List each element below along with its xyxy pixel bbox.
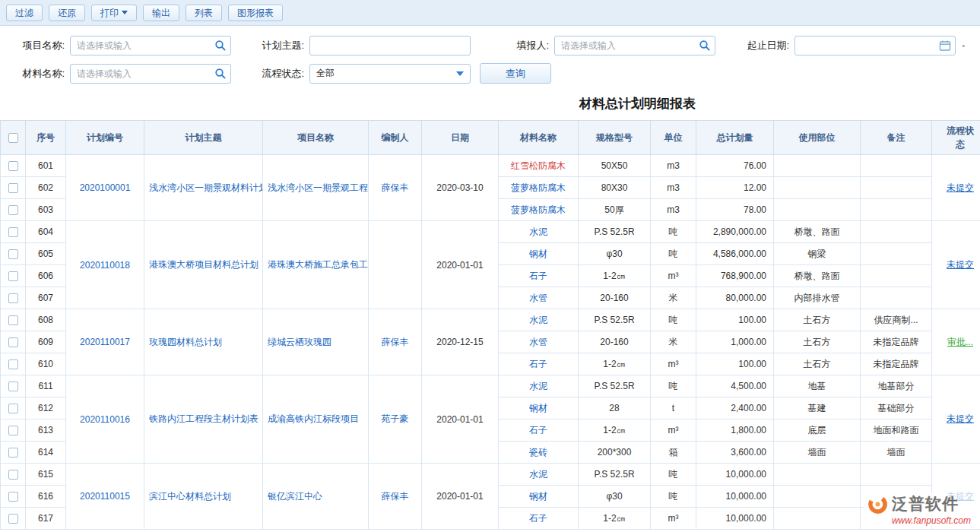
row-checkbox[interactable] — [8, 382, 18, 391]
compiler-link[interactable]: 薛保丰 — [382, 337, 409, 347]
remark-cell: 地面和路面 — [861, 420, 932, 442]
material-link[interactable]: 菠萝格防腐木 — [511, 182, 566, 193]
material-link[interactable]: 钢材 — [529, 491, 547, 502]
search-icon[interactable] — [214, 68, 227, 80]
subject-link[interactable]: 铁路内江工程段主材计划表 — [149, 413, 258, 424]
subject-link[interactable]: 浅水湾小区一期景观材料计划 — [149, 182, 263, 193]
material-link-cell: 水管 — [499, 331, 579, 353]
project-link[interactable]: 港珠澳大桥施工总承包工程 — [268, 259, 369, 270]
subject-link[interactable]: 港珠澳大桥项目材料总计划 — [149, 259, 258, 270]
unit-cell: t — [651, 397, 696, 420]
unit-cell: 吨 — [651, 464, 696, 486]
date-from-input[interactable] — [794, 36, 956, 55]
reporter-input[interactable] — [554, 36, 715, 55]
search-icon[interactable] — [699, 40, 711, 52]
material-link[interactable]: 水泥 — [529, 226, 547, 237]
fanpu-logo-icon — [867, 494, 888, 515]
seq-cell: 602 — [26, 177, 66, 199]
row-checkbox[interactable] — [8, 205, 18, 215]
row-checkbox[interactable] — [8, 227, 18, 237]
material-link[interactable]: 水泥 — [529, 381, 547, 391]
project-link[interactable]: 银亿滨江中心 — [268, 491, 322, 502]
project-link[interactable]: 成渝高铁内江标段项目 — [268, 413, 359, 424]
quantity-cell: 100.00 — [696, 353, 774, 375]
project-name-input[interactable] — [70, 36, 231, 55]
plan-no-link[interactable]: 2020110017 — [80, 337, 130, 347]
compiler-link[interactable]: 苑子豪 — [382, 413, 409, 424]
status-link[interactable]: 未提交 — [947, 182, 974, 193]
calendar-icon[interactable] — [939, 40, 951, 52]
list-button-label: 列表 — [195, 8, 213, 17]
status-link[interactable]: 未提交 — [947, 259, 974, 270]
row-checkbox-cell — [1, 155, 26, 177]
material-link[interactable]: 石子 — [529, 425, 547, 435]
remark-cell: 供应商制... — [861, 309, 932, 331]
project-link[interactable]: 绿城云栖玫瑰园 — [268, 337, 331, 347]
position-cell — [774, 155, 861, 177]
material-link[interactable]: 水管 — [529, 293, 547, 303]
subject-link[interactable]: 玫瑰园材料总计划 — [149, 337, 222, 347]
plan-no-link[interactable]: 2020110016 — [80, 414, 130, 425]
status-link[interactable]: 未提交 — [947, 413, 974, 424]
column-header-5: 编制人 — [369, 121, 422, 155]
spec-cell: 200*300 — [579, 442, 651, 464]
table-row: 6082020110017玫瑰园材料总计划绿城云栖玫瑰园薛保丰2020-12-1… — [1, 309, 980, 331]
row-checkbox-cell — [1, 177, 26, 199]
row-checkbox[interactable] — [8, 337, 18, 347]
row-checkbox[interactable] — [8, 514, 18, 524]
search-icon[interactable] — [214, 40, 227, 52]
row-checkbox[interactable] — [8, 359, 18, 369]
plan-no-link[interactable]: 2020100001 — [80, 182, 131, 193]
print-button[interactable]: 打印 — [91, 5, 137, 21]
status-link[interactable]: 审批... — [947, 337, 973, 347]
material-link[interactable]: 菠萝格防腐木 — [511, 204, 566, 215]
row-checkbox[interactable] — [8, 426, 18, 435]
filter-button[interactable]: 过滤 — [6, 5, 43, 21]
material-link[interactable]: 石子 — [529, 513, 547, 524]
flow-status-value: 全部 — [316, 67, 335, 80]
plan-no-link[interactable]: 2020110018 — [80, 260, 130, 271]
row-checkbox[interactable] — [8, 249, 18, 259]
remark-cell: 未指定品牌 — [861, 331, 932, 353]
graph-report-button[interactable]: 图形报表 — [228, 5, 283, 21]
date-range-label: 起止日期: — [715, 39, 794, 52]
compiler-link[interactable]: 薛保丰 — [382, 182, 409, 193]
row-checkbox-cell — [1, 353, 26, 375]
compiler-link[interactable]: 薛保丰 — [382, 491, 409, 502]
material-link[interactable]: 水管 — [529, 337, 547, 347]
material-name-input[interactable] — [70, 64, 231, 84]
row-checkbox[interactable] — [8, 492, 18, 502]
material-link[interactable]: 水泥 — [529, 315, 547, 325]
material-link[interactable]: 钢材 — [529, 403, 547, 413]
list-button[interactable]: 列表 — [186, 5, 222, 21]
subject-link[interactable]: 滨江中心材料总计划 — [149, 491, 231, 502]
material-link[interactable]: 石子 — [529, 359, 547, 369]
remark-cell: 地基部分 — [861, 375, 932, 397]
row-checkbox[interactable] — [8, 404, 18, 413]
row-checkbox[interactable] — [8, 183, 18, 193]
plan-no-link[interactable]: 2020110015 — [80, 491, 130, 502]
material-link[interactable]: 石子 — [529, 271, 547, 281]
material-link[interactable]: 红雪松防腐木 — [511, 160, 566, 171]
project-link[interactable]: 浅水湾小区一期景观工程 — [268, 182, 368, 193]
row-checkbox[interactable] — [8, 448, 18, 458]
plan-subject-input[interactable] — [309, 36, 471, 55]
row-checkbox[interactable] — [8, 293, 18, 303]
plan-subject-label: 计划主题: — [231, 39, 309, 52]
project-link-cell: 浅水湾小区一期景观工程 — [263, 155, 369, 221]
query-button[interactable]: 查询 — [480, 63, 551, 84]
restore-button[interactable]: 还原 — [49, 5, 85, 21]
row-checkbox[interactable] — [8, 271, 18, 281]
row-checkbox[interactable] — [8, 470, 18, 480]
material-link[interactable]: 水泥 — [529, 469, 547, 480]
quantity-cell: 768,900.00 — [696, 265, 774, 287]
row-checkbox[interactable] — [8, 315, 18, 325]
row-checkbox[interactable] — [8, 161, 18, 171]
material-link[interactable]: 瓷砖 — [529, 447, 547, 458]
select-all-checkbox[interactable] — [8, 133, 18, 143]
row-checkbox-cell — [1, 199, 26, 221]
export-button[interactable]: 输出 — [143, 5, 179, 21]
material-link[interactable]: 钢材 — [529, 249, 547, 259]
flow-status-select[interactable]: 全部 — [309, 64, 471, 84]
material-link-cell: 钢材 — [499, 243, 579, 265]
